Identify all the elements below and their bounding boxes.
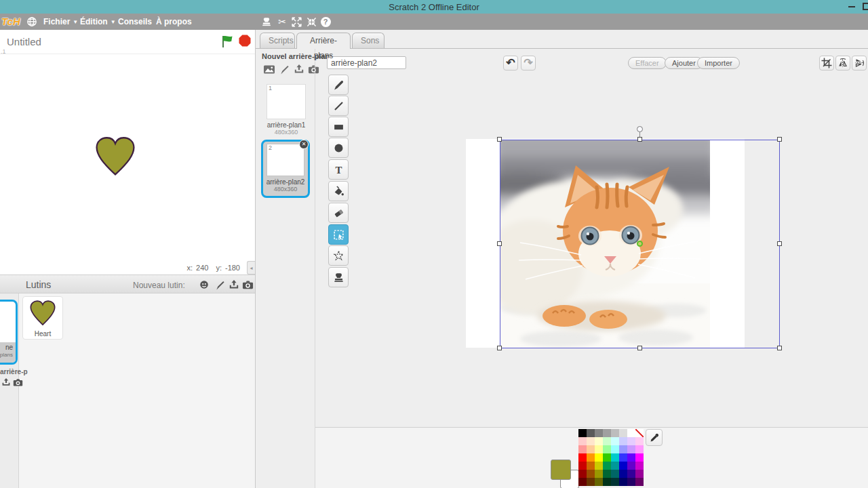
menu-conseils[interactable]: Conseils bbox=[118, 17, 152, 26]
palette-color-cell[interactable] bbox=[627, 437, 635, 445]
stage-canvas[interactable] bbox=[0, 54, 255, 262]
help-icon[interactable]: ? bbox=[319, 16, 332, 28]
palette-color-cell[interactable] bbox=[611, 445, 619, 453]
eyedropper-button[interactable] bbox=[646, 429, 663, 446]
tool-eraser[interactable] bbox=[328, 203, 349, 223]
palette-color-cell[interactable] bbox=[611, 437, 619, 445]
tool-select[interactable] bbox=[328, 224, 349, 245]
green-flag-button[interactable] bbox=[221, 35, 235, 51]
palette-color-cell[interactable] bbox=[578, 470, 587, 478]
palette-color-cell[interactable] bbox=[619, 445, 627, 453]
palette-color-cell[interactable] bbox=[578, 478, 587, 486]
palette-color-cell[interactable] bbox=[578, 429, 587, 437]
minimize-icon[interactable] bbox=[848, 6, 855, 7]
tool-ellipse[interactable] bbox=[328, 138, 349, 158]
palette-color-cell[interactable] bbox=[603, 437, 611, 445]
backdrop-item-2-selected[interactable]: 2 ✕ arrière-plan2 480x360 bbox=[261, 140, 310, 198]
stop-button[interactable] bbox=[239, 35, 251, 49]
scissors-icon[interactable]: ✂ bbox=[276, 16, 288, 28]
upload-sprite-icon[interactable] bbox=[228, 279, 240, 291]
palette-color-cell[interactable] bbox=[619, 478, 627, 486]
tool-fill[interactable] bbox=[328, 181, 349, 201]
paint-new-sprite-icon[interactable] bbox=[214, 279, 226, 291]
palette-color-cell[interactable] bbox=[611, 478, 619, 486]
palette-color-cell[interactable] bbox=[587, 429, 595, 437]
palette-color-cell[interactable] bbox=[578, 445, 587, 453]
palette-color-cell[interactable] bbox=[635, 437, 644, 445]
effacer-button[interactable]: Effacer bbox=[628, 57, 667, 69]
palette-color-cell[interactable] bbox=[627, 462, 635, 470]
palette-color-cell[interactable] bbox=[587, 478, 595, 486]
tool-line[interactable] bbox=[328, 96, 349, 116]
palette-color-cell[interactable] bbox=[603, 429, 611, 437]
palette-color-cell[interactable] bbox=[635, 445, 644, 453]
globe-icon[interactable] bbox=[26, 16, 38, 28]
palette-color-cell[interactable] bbox=[595, 453, 603, 462]
palette-color-cell[interactable] bbox=[619, 437, 627, 445]
backdrop-library-icon[interactable] bbox=[262, 63, 275, 75]
shrink-icon[interactable] bbox=[305, 16, 317, 28]
palette-color-cell[interactable] bbox=[619, 429, 627, 437]
palette-color-cell[interactable] bbox=[587, 437, 595, 445]
selection-handle-bottom-middle[interactable] bbox=[637, 346, 642, 350]
menu-edition[interactable]: Édition▼ bbox=[80, 17, 116, 26]
camera-new-backdrop-icon[interactable] bbox=[307, 63, 320, 75]
selection-handle-middle-left[interactable] bbox=[497, 241, 502, 246]
importer-button[interactable]: Importer bbox=[697, 57, 740, 69]
heart-sprite-on-stage[interactable] bbox=[93, 136, 138, 178]
palette-color-cell[interactable] bbox=[635, 478, 644, 486]
crop-button[interactable] bbox=[819, 56, 834, 70]
palette-color-cell[interactable] bbox=[587, 462, 595, 470]
menu-apropos[interactable]: À propos bbox=[156, 17, 192, 26]
flip-horizontal-button[interactable] bbox=[835, 56, 850, 70]
sprite-library-icon[interactable] bbox=[198, 279, 210, 291]
palette-color-cell[interactable] bbox=[627, 453, 635, 462]
tab-arriere-plans[interactable]: Arrière-plans bbox=[296, 33, 351, 49]
palette-color-cell[interactable] bbox=[611, 429, 619, 437]
palette-color-cell[interactable] bbox=[635, 453, 644, 462]
palette-color-cell[interactable] bbox=[587, 453, 595, 462]
paint-new-backdrop-icon[interactable] bbox=[278, 63, 291, 75]
tool-text[interactable]: T bbox=[328, 159, 349, 180]
palette-color-cell[interactable] bbox=[595, 429, 603, 437]
tool-magic-wand[interactable] bbox=[328, 245, 349, 266]
selection-handle-bottom-left[interactable] bbox=[497, 346, 502, 350]
upload-backdrop-icon[interactable] bbox=[1, 378, 12, 388]
palette-color-cell[interactable] bbox=[635, 470, 644, 478]
palette-color-cell[interactable] bbox=[578, 453, 587, 462]
stage-selector[interactable]: ne -plans bbox=[0, 300, 18, 365]
palette-color-cell[interactable] bbox=[595, 437, 603, 445]
tab-sons[interactable]: Sons bbox=[352, 33, 384, 48]
backdrop-item-1[interactable]: 1 arrière-plan1 480x360 bbox=[263, 84, 309, 136]
selection-handle-top-left[interactable] bbox=[497, 137, 502, 142]
palette-color-cell[interactable] bbox=[635, 462, 644, 470]
grow-icon[interactable] bbox=[290, 16, 302, 28]
selection-handle-top-middle[interactable] bbox=[637, 137, 642, 142]
palette-color-cell[interactable] bbox=[635, 429, 644, 437]
palette-color-cell[interactable] bbox=[587, 445, 595, 453]
selection-handle-top-right[interactable] bbox=[777, 137, 782, 142]
redo-button[interactable]: ↷ bbox=[521, 56, 536, 70]
palette-color-cell[interactable] bbox=[595, 462, 603, 470]
backdrop-name-input[interactable] bbox=[327, 56, 406, 69]
palette-color-cell[interactable] bbox=[603, 453, 611, 462]
palette-color-cell[interactable] bbox=[627, 478, 635, 486]
foreground-color-swatch[interactable] bbox=[551, 460, 571, 480]
palette-color-cell[interactable] bbox=[603, 445, 611, 453]
tab-scripts[interactable]: Scripts bbox=[260, 33, 295, 48]
palette-color-cell[interactable] bbox=[595, 445, 603, 453]
collapse-stage-icon[interactable]: ◂ bbox=[247, 261, 255, 274]
tool-rectangle[interactable] bbox=[328, 117, 349, 137]
palette-color-cell[interactable] bbox=[595, 478, 603, 486]
palette-color-cell[interactable] bbox=[627, 470, 635, 478]
camera-sprite-icon[interactable] bbox=[241, 279, 254, 291]
palette-color-cell[interactable] bbox=[611, 462, 619, 470]
tool-stamp[interactable] bbox=[328, 267, 349, 287]
camera-backdrop-icon[interactable] bbox=[13, 378, 23, 388]
palette-color-cell[interactable] bbox=[627, 429, 635, 437]
palette-color-cell[interactable] bbox=[611, 453, 619, 462]
menu-fichier[interactable]: Fichier▼ bbox=[43, 17, 78, 26]
tool-brush[interactable] bbox=[328, 75, 349, 95]
palette-color-cell[interactable] bbox=[611, 470, 619, 478]
duplicate-stamp-icon[interactable] bbox=[260, 16, 273, 28]
